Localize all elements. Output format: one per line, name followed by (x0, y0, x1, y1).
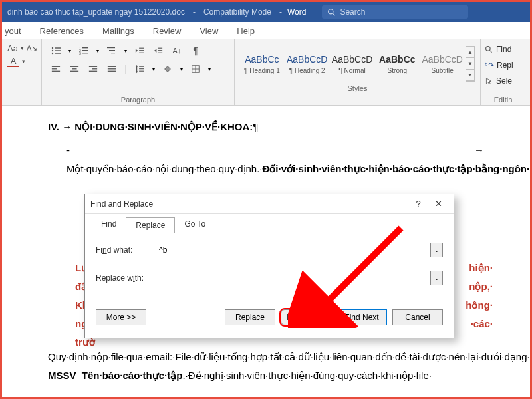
tab-mailings[interactable]: Mailings (93, 23, 144, 39)
expand-gallery-icon[interactable]: ⏷ (466, 70, 474, 81)
change-case-icon[interactable]: Aa (7, 42, 18, 54)
svg-point-0 (329, 9, 333, 13)
align-left-icon[interactable] (50, 63, 62, 75)
svg-rect-37 (139, 68, 144, 69)
search-icon (327, 8, 336, 17)
svg-rect-3 (55, 47, 61, 48)
replace-with-input[interactable]: ⌄ (156, 271, 443, 285)
editing-group-label: Editin (485, 94, 521, 104)
dropdown-icon[interactable]: ⌄ (430, 271, 442, 285)
borders-icon[interactable] (190, 63, 201, 75)
styles-group: AaBbCc¶ Heading 1 AaBbCcD¶ Heading 2 AaB… (235, 39, 481, 105)
svg-rect-24 (52, 68, 57, 69)
close-icon[interactable]: ✕ (428, 199, 448, 209)
tab-goto[interactable]: Go To (175, 217, 215, 233)
tab-references[interactable]: References (31, 23, 93, 39)
align-center-icon[interactable] (68, 63, 80, 75)
find-next-button[interactable]: Find Next (336, 309, 387, 325)
svg-rect-33 (108, 68, 116, 69)
find-what-input[interactable]: ⌄ (156, 243, 443, 257)
text-fragment: hiện· (469, 259, 493, 278)
paragraph-group-label: Paragraph (47, 94, 229, 104)
clear-format-icon[interactable]: A↘ (27, 44, 37, 53)
svg-rect-20 (158, 48, 162, 49)
style-normal[interactable]: AaBbCcD¶ Normal (331, 45, 374, 83)
align-right-icon[interactable] (87, 63, 99, 75)
tab-find[interactable]: Find (92, 217, 126, 233)
find-what-field[interactable] (156, 243, 430, 257)
font-group: Aa▾A↘ A▾ (2, 39, 42, 105)
text-fragment: ·các· (471, 315, 493, 334)
help-icon[interactable]: ? (408, 199, 428, 209)
paragraph-group: ▾ 123▾ ▾ A↓ ¶ | ▾ ▾ ▾ Paragraph (42, 39, 235, 105)
svg-rect-13 (82, 53, 88, 53)
svg-rect-5 (55, 50, 61, 51)
svg-rect-35 (136, 66, 137, 72)
dialog-tabs: Find Replace Go To (85, 214, 454, 233)
svg-rect-18 (139, 50, 144, 51)
shading-icon[interactable] (162, 63, 174, 75)
editing-group: Find ᵇ↷Repl Sele Editin (481, 39, 527, 105)
style-subtitle[interactable]: AaBbCcDSubtitle (420, 45, 464, 83)
svg-point-42 (486, 46, 491, 51)
replace-all-button[interactable]: Replace All (281, 309, 331, 325)
font-group-label (7, 94, 36, 104)
tab-view[interactable]: View (190, 23, 227, 39)
svg-rect-19 (139, 53, 144, 53)
style-heading2[interactable]: AaBbCcD¶ Heading 2 (285, 45, 329, 83)
dialog-title-text: Find and Replace (90, 200, 408, 209)
chevron-down-icon[interactable]: ▼ (466, 58, 474, 69)
svg-rect-15 (109, 50, 115, 51)
justify-icon[interactable] (106, 63, 118, 75)
svg-rect-26 (70, 66, 78, 67)
dialog-body: Find what: ⌄ Replace with: ⌄ (92, 233, 447, 305)
style-heading1[interactable]: AaBbCc¶ Heading 1 (240, 45, 284, 83)
cancel-button[interactable]: Cancel (392, 309, 443, 325)
tab-review[interactable]: Review (144, 23, 191, 39)
search-box[interactable] (322, 5, 468, 19)
svg-rect-38 (139, 71, 144, 72)
line-spacing-icon[interactable] (134, 63, 146, 75)
search-input[interactable] (340, 7, 463, 17)
styles-gallery-scroll[interactable]: ▲▼⏷ (466, 46, 475, 82)
style-strong[interactable]: AaBbCcStrong (375, 45, 419, 83)
tab-help[interactable]: Help (227, 23, 264, 39)
svg-point-6 (52, 53, 53, 54)
tab-layout[interactable]: yout (2, 23, 31, 39)
bullets-icon[interactable] (50, 45, 62, 57)
app-name: Word (285, 7, 309, 17)
select-button[interactable]: Sele (485, 74, 521, 88)
numbering-icon[interactable]: 123 (78, 45, 90, 57)
svg-rect-22 (158, 53, 162, 53)
svg-rect-30 (92, 68, 97, 69)
replace-button[interactable]: Replace (225, 309, 275, 325)
tab-replace[interactable]: Replace (126, 217, 175, 233)
svg-text:3: 3 (79, 51, 81, 55)
dialog-titlebar[interactable]: Find and Replace ? ✕ (85, 194, 454, 214)
decrease-indent-icon[interactable] (134, 45, 146, 57)
title-bar: dinh bao cao thuc tap_update ngay 151220… (2, 2, 530, 22)
replace-with-label: Replace with: (96, 273, 156, 283)
svg-rect-9 (82, 47, 88, 48)
svg-rect-17 (139, 48, 144, 49)
font-color-icon[interactable]: A (7, 55, 19, 67)
svg-rect-7 (55, 53, 61, 53)
ribbon: Aa▾A↘ A▾ ▾ 123▾ ▾ A↓ ¶ | ▾ ▾ (2, 39, 530, 106)
find-button[interactable]: Find (485, 42, 521, 57)
compatibility-mode: Compatibility Mode (198, 7, 277, 17)
multilevel-list-icon[interactable] (106, 45, 118, 57)
svg-rect-34 (108, 71, 116, 72)
svg-rect-14 (107, 47, 115, 48)
ribbon-tabs: yout References Mailings Review View Hel… (2, 22, 530, 39)
more-button[interactable]: More >> (96, 309, 146, 325)
svg-rect-21 (158, 50, 162, 51)
chevron-up-icon[interactable]: ▲ (466, 47, 474, 58)
dropdown-icon[interactable]: ⌄ (430, 243, 442, 257)
text-fragment: hông· (466, 296, 493, 315)
increase-indent-icon[interactable] (152, 45, 164, 57)
svg-point-4 (52, 50, 53, 51)
sort-icon[interactable]: A↓ (171, 45, 183, 57)
show-marks-icon[interactable]: ¶ (190, 45, 201, 57)
replace-with-field[interactable] (156, 271, 430, 285)
replace-button[interactable]: ᵇ↷Repl (485, 58, 521, 72)
